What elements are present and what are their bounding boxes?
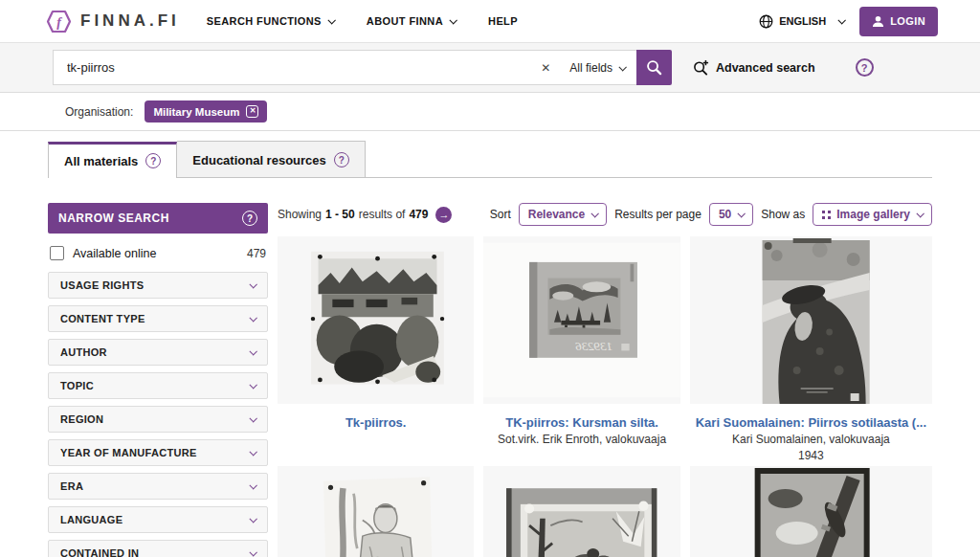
result-thumbnail[interactable] <box>278 466 474 557</box>
result-item: 139236 TK-piirros: Kursman silta. Sot.vi… <box>483 236 679 466</box>
svg-text:f: f <box>56 14 62 29</box>
finna-logo-icon: f <box>46 9 72 34</box>
search-bar-section: ✕ All fields Advanced search <box>0 42 980 93</box>
facet-label: USAGE RIGHTS <box>60 279 243 291</box>
artwork-aircraft-drawing <box>690 466 932 557</box>
chevron-down-icon <box>738 210 746 217</box>
next-page-button[interactable] <box>435 207 452 223</box>
login-label: LOGIN <box>890 15 925 27</box>
nav-search-functions[interactable]: SEARCH FUNCTIONS <box>207 15 334 27</box>
result-tabs: All materials Educational resources <box>48 141 932 178</box>
search-box: ✕ All fields <box>53 50 636 85</box>
result-item: Tk-piirros. <box>278 236 474 466</box>
result-title-link[interactable]: Kari Suomalainen: Piirros sotilaasta (..… <box>696 415 926 432</box>
language-label: ENGLISH <box>779 15 826 27</box>
available-online-count: 479 <box>247 247 266 260</box>
result-thumbnail[interactable] <box>278 236 474 404</box>
language-selector[interactable]: ENGLISH <box>759 14 844 29</box>
results-summary: Showing 1 - 50 results of 479 <box>278 207 452 223</box>
organisation-filter-label: Organisation: <box>65 105 133 119</box>
available-online-label: Available online <box>73 247 238 260</box>
facet-year-of-manufacture[interactable]: YEAR OF MANUFACTURE <box>48 439 268 466</box>
facet-author[interactable]: AUTHOR <box>48 339 268 366</box>
facet-label: AUTHOR <box>60 346 243 358</box>
tab-help-icon[interactable] <box>334 152 349 167</box>
clear-search-icon[interactable]: ✕ <box>529 51 562 84</box>
facet-content-type[interactable]: CONTENT TYPE <box>48 305 268 332</box>
show-as-label: Show as <box>761 208 805 221</box>
facet-usage-rights[interactable]: USAGE RIGHTS <box>48 272 268 299</box>
user-icon <box>872 15 884 28</box>
artwork-soldier-portrait <box>690 236 932 404</box>
result-title-link[interactable]: TK-piirros: Kursman silta. <box>489 415 674 432</box>
narrow-search-help-icon[interactable] <box>242 211 257 226</box>
result-thumbnail[interactable] <box>483 466 679 557</box>
facet-region[interactable]: REGION <box>48 406 268 433</box>
chevron-down-icon <box>249 548 256 556</box>
result-item <box>690 466 932 557</box>
artwork-soldier-sketch <box>278 466 474 557</box>
results-area: Showing 1 - 50 results of 479 Sort Relev… <box>278 203 932 557</box>
image-gallery-grid: Tk-piirros. <box>278 236 932 557</box>
sort-dropdown[interactable]: Relevance <box>519 203 607 226</box>
result-caption: Kari Suomalainen: Piirros sotilaasta (..… <box>690 404 932 466</box>
login-button[interactable]: LOGIN <box>859 7 938 36</box>
summary-total: 479 <box>409 208 428 221</box>
nav-help-label: HELP <box>488 15 518 27</box>
tab-help-icon[interactable] <box>145 153 161 168</box>
advanced-search-link[interactable]: Advanced search <box>693 59 815 76</box>
view-mode-dropdown[interactable]: Image gallery <box>813 203 932 226</box>
active-filters-bar: Organisation: Military Museum <box>0 93 980 131</box>
result-year: 1943 <box>696 448 926 464</box>
chevron-down-icon <box>249 381 256 389</box>
tab-all-materials[interactable]: All materials <box>48 142 177 178</box>
narrow-search-title: NARROW SEARCH <box>58 212 242 225</box>
per-page-dropdown[interactable]: 50 <box>709 203 753 226</box>
artwork-battle-drawing <box>483 466 679 557</box>
nav-about-finna[interactable]: ABOUT FINNA <box>367 15 456 27</box>
advanced-search-icon <box>693 59 709 76</box>
summary-middle: results of <box>359 208 406 221</box>
facet-label: TOPIC <box>60 380 243 391</box>
available-online-checkbox[interactable] <box>50 246 64 260</box>
result-title-link[interactable]: Tk-piirros. <box>283 415 468 432</box>
result-thumbnail[interactable]: 139236 <box>483 236 679 404</box>
facet-label: REGION <box>60 413 243 425</box>
chevron-down-icon <box>618 63 626 71</box>
magnifier-icon <box>646 59 662 76</box>
search-submit-button[interactable] <box>636 50 672 85</box>
tab-all-materials-label: All materials <box>64 154 138 168</box>
summary-range: 1 - 50 <box>325 208 355 221</box>
chevron-down-icon <box>327 16 335 24</box>
tab-educational-resources[interactable]: Educational resources <box>177 141 365 177</box>
search-input[interactable] <box>54 51 529 84</box>
chevron-down-icon <box>249 481 256 489</box>
result-item <box>483 466 679 557</box>
search-field-dropdown[interactable]: All fields <box>562 51 636 84</box>
artwork-landscape-drawing: 139236 <box>483 236 679 404</box>
grid-view-icon <box>822 211 831 219</box>
narrow-search-header: NARROW SEARCH <box>48 203 268 234</box>
result-thumbnail[interactable] <box>690 466 932 557</box>
per-page-value: 50 <box>719 208 731 221</box>
main-content: NARROW SEARCH Available online 479 USAGE… <box>0 178 980 557</box>
chevron-down-icon <box>249 414 256 422</box>
filter-tag-military-museum[interactable]: Military Museum <box>145 100 267 123</box>
search-help-icon[interactable] <box>856 58 874 77</box>
facet-contained-in[interactable]: CONTAINED IN <box>48 540 268 557</box>
facet-era[interactable]: ERA <box>48 473 268 500</box>
result-caption: TK-piirros: Kursman silta. Sot.virk. Eri… <box>483 404 679 466</box>
finna-logo[interactable]: f FINNA.FI <box>46 9 180 34</box>
result-item <box>278 466 474 557</box>
nav-help[interactable]: HELP <box>488 15 518 27</box>
per-page-label: Results per page <box>614 208 702 221</box>
facet-language[interactable]: LANGUAGE <box>48 506 268 533</box>
available-online-row: Available online 479 <box>48 234 268 272</box>
remove-filter-icon[interactable] <box>246 105 258 118</box>
result-byline: Kari Suomalainen, valokuvaaja <box>696 432 926 448</box>
artwork-painting <box>278 236 474 404</box>
tab-educational-resources-label: Educational resources <box>192 153 325 167</box>
filter-tag-label: Military Museum <box>153 106 239 118</box>
result-thumbnail[interactable] <box>690 236 932 404</box>
facet-topic[interactable]: TOPIC <box>48 372 268 399</box>
